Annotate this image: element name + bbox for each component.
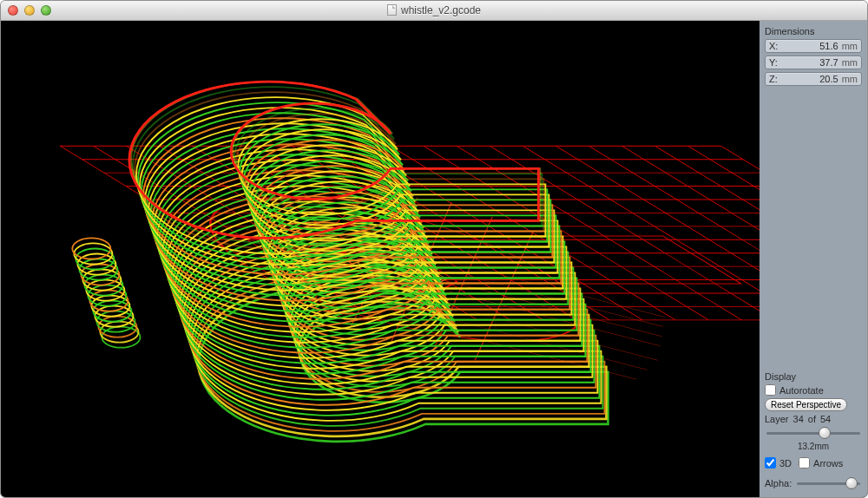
alpha-slider-thumb[interactable] [845, 477, 858, 489]
dim-y-unit: mm [842, 57, 858, 68]
view3d-label: 3D [779, 458, 792, 469]
autorotate-label: Autorotate [779, 385, 824, 396]
layer-slider-track [766, 432, 860, 435]
layer-of: of [808, 414, 816, 424]
display-heading: Display [765, 371, 862, 382]
alpha-label: Alpha: [765, 478, 792, 488]
view3d-checkbox[interactable] [765, 457, 776, 469]
layer-slider-thumb[interactable] [819, 427, 831, 439]
dim-x: X: 51.6 mm [765, 39, 862, 53]
alpha-slider[interactable] [795, 476, 862, 490]
layer-readout: Layer 34 of 54 [765, 414, 862, 424]
layer-current: 34 [793, 414, 804, 424]
dimensions-group: Dimensions X: 51.6 mm Y: 37.7 mm Z: 20.5… [763, 24, 864, 90]
window-title-text: whistle_v2.gcode [401, 4, 481, 16]
layers [72, 82, 608, 442]
layer-slider[interactable] [765, 426, 862, 440]
layer-total: 54 [820, 414, 831, 424]
gcode-render: (function(){ var NS="http://www.w3.org/2… [4, 24, 760, 494]
arrows-toggle[interactable]: Arrows [799, 457, 843, 469]
dim-y: Y: 37.7 mm [765, 56, 862, 69]
layer-label: Layer [765, 414, 789, 424]
close-icon[interactable] [8, 5, 18, 16]
dim-x-unit: mm [842, 41, 858, 51]
titlebar: whistle_v2.gcode [1, 1, 867, 21]
dim-x-value: 51.6 [783, 41, 842, 51]
dimensions-heading: Dimensions [765, 26, 862, 36]
minimize-icon[interactable] [24, 5, 35, 16]
document-icon [387, 4, 397, 16]
window-controls [8, 5, 51, 16]
alpha-row: Alpha: [765, 475, 862, 492]
dim-x-label: X: [769, 41, 783, 51]
reset-perspective-button[interactable]: Reset Perspective [765, 398, 847, 411]
view-toggles: 3D Arrows [765, 455, 862, 471]
dim-z-label: Z: [769, 74, 783, 84]
window-title: whistle_v2.gcode [1, 4, 867, 16]
display-group: Display Autorotate Reset Perspective Lay… [763, 370, 864, 494]
dim-y-value: 37.7 [783, 57, 842, 68]
dim-z: Z: 20.5 mm [765, 72, 862, 86]
app-window: whistle_v2.gcode [0, 0, 868, 498]
layer-mm: 13.2mm [765, 442, 862, 451]
zoom-icon[interactable] [41, 5, 51, 16]
arrows-checkbox[interactable] [799, 457, 810, 469]
panel-spacer [763, 95, 864, 364]
autorotate-checkbox[interactable] [765, 384, 776, 396]
arrows-label: Arrows [813, 458, 843, 469]
dim-z-value: 20.5 [783, 74, 842, 84]
view3d-toggle[interactable]: 3D [765, 457, 792, 469]
dim-z-unit: mm [842, 74, 858, 84]
autorotate-toggle[interactable]: Autorotate [765, 384, 862, 396]
dim-y-label: Y: [769, 57, 783, 68]
content-area: (function(){ var NS="http://www.w3.org/2… [1, 21, 867, 497]
gcode-viewport[interactable]: (function(){ var NS="http://www.w3.org/2… [4, 24, 760, 494]
side-panel: Dimensions X: 51.6 mm Y: 37.7 mm Z: 20.5… [760, 21, 867, 497]
